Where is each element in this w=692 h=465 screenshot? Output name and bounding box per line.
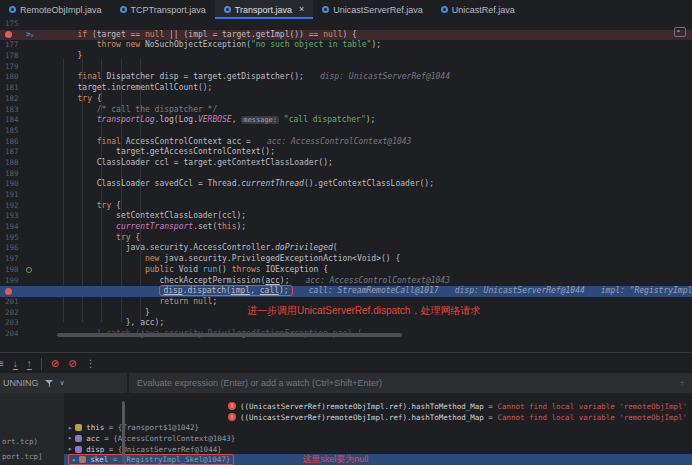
code-line-177[interactable]: 177 throw new NoSuchObjectException("no … — [0, 40, 692, 51]
error-icon: ! — [228, 413, 236, 421]
code-text: } — [39, 51, 692, 62]
breakpoint-icon[interactable] — [5, 288, 12, 295]
tab-transport-java[interactable]: Transport.java× — [215, 0, 313, 19]
line-number: 186 — [0, 137, 26, 148]
filter-icon[interactable] — [45, 379, 54, 388]
code-line-200[interactable]: disp.dispatch(impl, call);call: StreamRe… — [0, 286, 692, 297]
code-line-199[interactable]: 199 checkAcceptPermission(acc);acc: Acce… — [0, 276, 692, 287]
code-text: }, acc); — [39, 318, 692, 329]
variable-value: {AccessControlContext@1043} — [113, 434, 235, 443]
code-line-180[interactable]: 180 final Dispatcher disp = target.getDi… — [0, 72, 692, 83]
thread-item[interactable]: ort.tcp) — [2, 437, 38, 446]
code-token: if — [78, 30, 88, 39]
tab-remoteobjimpl-java[interactable]: RemoteObjImpl.java — [0, 0, 111, 19]
code-line-175[interactable]: 175 — [0, 19, 692, 30]
more-icon[interactable]: ⋮ — [86, 359, 96, 369]
code-line-192[interactable]: 192 try { — [0, 201, 692, 212]
code-line-182[interactable]: 182 try { — [0, 94, 692, 105]
code-editor[interactable]: 175>x if (target == null || (impl = targ… — [0, 19, 692, 352]
execution-pointer-sub: x — [31, 32, 34, 38]
code-line-193[interactable]: 193 setContextClassLoader(ccl); — [0, 211, 692, 222]
code-line-195[interactable]: 195 try { — [0, 233, 692, 244]
code-line-203[interactable]: 203 }, acc); — [0, 318, 692, 329]
threads-panel[interactable]: ort.tcp)port.tcp] — [0, 393, 64, 465]
code-token: try — [78, 94, 92, 103]
code-line-190[interactable]: 190 ClassLoader savedCcl = Thread.curren… — [0, 179, 692, 190]
code-line-178[interactable]: 178 } — [0, 51, 692, 62]
chevron-down-icon[interactable]: ∨ — [60, 379, 65, 387]
code-text: public Void run() throws IOException { — [39, 265, 692, 276]
variable-row-acc[interactable]: ▸acc = {AccessControlContext@1043} — [64, 433, 692, 444]
code-line-196[interactable]: 196 java.security.AccessController.doPri… — [0, 243, 692, 254]
chevron-right-icon[interactable]: ▸ — [68, 434, 72, 442]
variable-name: disp — [86, 445, 104, 454]
watch-row[interactable]: !((UnicastServerRef)remoteObjImpl.ref).h… — [64, 401, 692, 412]
code-line-191[interactable]: 191 — [0, 190, 692, 201]
chevron-right-icon[interactable]: ▸ — [68, 445, 72, 453]
code-text: new java.security.PrivilegedExceptionAct… — [39, 254, 692, 265]
code-line-197[interactable]: 197 new java.security.PrivilegedExceptio… — [0, 254, 692, 265]
code-line-186[interactable]: 186 final AccessControlContext acc =acc:… — [0, 137, 692, 148]
settings-icon[interactable]: ≡ — [0, 359, 4, 369]
code-line-189[interactable]: 189 — [0, 169, 692, 180]
debug-header-row: UNNING ∨ Evaluate expression (Enter) or … — [0, 373, 692, 393]
code-text: target.incrementCallCount(); — [39, 83, 692, 94]
variable-row-this[interactable]: ▸this = {Transport$1@1042} — [64, 422, 692, 433]
code-token: , — [232, 115, 242, 124]
code-line-179[interactable]: 179 — [0, 62, 692, 73]
code-token: ) { — [342, 30, 356, 39]
breakpoint-icon[interactable] — [5, 31, 12, 38]
gutter — [26, 169, 39, 180]
java-class-icon — [441, 6, 448, 13]
step-into-icon[interactable]: ↓ — [13, 359, 18, 369]
mute-breakpoints-icon[interactable]: ⊘ — [51, 359, 59, 369]
code-line-183[interactable]: 183 /* call the dispatcher */ — [0, 105, 692, 116]
code-token: .dispatch( — [183, 286, 231, 295]
overrides-icon[interactable] — [26, 267, 32, 273]
chevron-right-icon[interactable]: ▸ — [72, 456, 76, 464]
code-token: throw — [97, 40, 121, 49]
watch-row[interactable]: !((UnicastServerRef)remoteObjImpl.ref).h… — [64, 412, 692, 423]
code-token: disp — [163, 286, 182, 295]
variable-icon — [79, 456, 86, 463]
evaluate-expression-input[interactable]: Evaluate expression (Enter) or add a wat… — [129, 378, 692, 388]
variable-name: skel — [90, 455, 108, 464]
line-number: 189 — [0, 169, 26, 180]
code-text: /* call the dispatcher */ — [39, 105, 692, 116]
thread-item[interactable]: port.tcp] — [2, 452, 43, 461]
code-token: NoSuchObjectException( — [140, 40, 251, 49]
code-line-184[interactable]: 184 transportLog.log(Log.VERBOSE, messag… — [0, 115, 692, 126]
variable-name: this — [86, 423, 104, 432]
code-line-181[interactable]: 181 target.incrementCallCount(); — [0, 83, 692, 94]
code-line-187[interactable]: 187 target.getAccessControlContext(); — [0, 147, 692, 158]
tab-unicastref-java[interactable]: UnicastRef.java — [432, 0, 524, 19]
close-tab-icon[interactable]: × — [299, 5, 304, 14]
code-token: ClassLoader ccl = target.getContextClass… — [97, 158, 333, 167]
vertical-scrollbar[interactable] — [122, 401, 125, 463]
code-line-185[interactable]: 185 — [0, 126, 692, 137]
code-token: { — [131, 233, 141, 242]
threads-dropdown[interactable]: UNNING ∨ — [0, 378, 73, 388]
step-out-icon[interactable]: ↑ — [27, 359, 32, 369]
variable-row-skel[interactable]: ▸skel = {RegistryImpl_Skel@1047}这里skel要为… — [64, 454, 692, 465]
editor-widget-icon[interactable] — [674, 27, 686, 37]
line-number: 191 — [0, 190, 26, 201]
code-token: acc — [265, 276, 279, 285]
line-number: 187 — [0, 147, 26, 158]
add-watch-icon[interactable]: + — [680, 378, 685, 388]
variable-row-disp[interactable]: ▸disp = {UnicastServerRef@1044} — [64, 444, 692, 455]
tab-tcptransport-java[interactable]: TCPTransport.java — [111, 0, 215, 19]
code-token: checkAcceptPermission( — [159, 276, 265, 285]
chevron-right-icon[interactable]: ▸ — [68, 424, 72, 432]
code-line-188[interactable]: 188 ClassLoader ccl = target.getContextC… — [0, 158, 692, 169]
code-lines: 175>x if (target == null || (impl = targ… — [0, 19, 692, 340]
code-token: new — [145, 254, 159, 263]
remove-all-breakpoints-icon[interactable]: ⊘ — [68, 359, 76, 369]
tab-unicastserverref-java[interactable]: UnicastServerRef.java — [313, 0, 432, 19]
code-line-198[interactable]: 198 public Void run() throws IOException… — [0, 265, 692, 276]
code-line-176[interactable]: >x if (target == null || (impl = target.… — [0, 30, 692, 41]
watch-error-message: Cannot find local variable 'remoteObjImp… — [497, 402, 687, 411]
code-line-194[interactable]: 194 currentTransport.set(this); — [0, 222, 692, 233]
code-token: Void — [174, 265, 203, 274]
horizontal-scrollbar[interactable] — [57, 333, 402, 337]
